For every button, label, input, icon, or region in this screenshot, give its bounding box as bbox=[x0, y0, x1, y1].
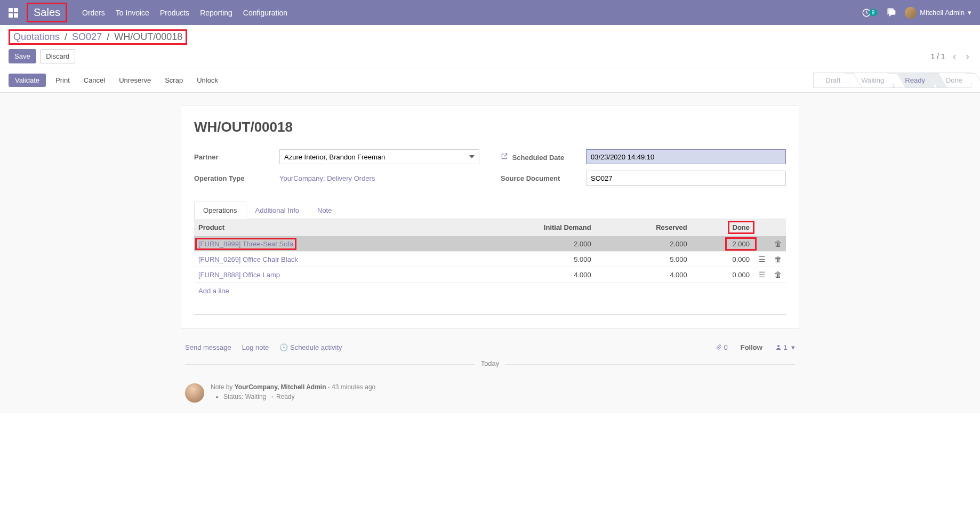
partner-field[interactable] bbox=[279, 149, 479, 164]
sheet-background: WH/OUT/00018 Partner Scheduled Date Oper… bbox=[0, 93, 980, 413]
menu-orders[interactable]: Orders bbox=[82, 9, 105, 17]
follow-button[interactable]: Follow bbox=[741, 343, 762, 351]
log-note-button[interactable]: Log note bbox=[242, 343, 269, 351]
col-done[interactable]: Done bbox=[692, 219, 754, 236]
table-row[interactable]: [FURN_8888] Office Lamp 4.000 4.000 0.00… bbox=[194, 267, 786, 283]
pager-prev[interactable]: ‹ bbox=[951, 50, 959, 62]
add-line-button[interactable]: Add a line bbox=[194, 283, 234, 299]
pager: 1 / 1 ‹ › bbox=[930, 50, 971, 68]
reserved-cell[interactable]: 4.000 bbox=[596, 267, 692, 283]
unlock-button[interactable]: Unlock bbox=[192, 74, 222, 87]
col-initial-demand[interactable]: Initial Demand bbox=[461, 219, 596, 236]
tab-note[interactable]: Note bbox=[308, 202, 341, 219]
partner-label: Partner bbox=[194, 153, 274, 161]
external-link-icon[interactable] bbox=[501, 154, 510, 162]
statusbar-row: Validate Print Cancel Unreserve Scrap Un… bbox=[0, 68, 980, 93]
svg-point-1 bbox=[777, 345, 780, 347]
reserved-cell[interactable]: 5.000 bbox=[596, 252, 692, 267]
form-sheet: WH/OUT/00018 Partner Scheduled Date Oper… bbox=[181, 106, 799, 328]
send-message-button[interactable]: Send message bbox=[185, 343, 231, 351]
status-draft[interactable]: Draft bbox=[813, 73, 849, 88]
details-icon[interactable]: ☰ bbox=[759, 270, 766, 279]
control-panel: Quotations / SO027 / WH/OUT/00018 Save D… bbox=[0, 25, 980, 68]
menu-configuration[interactable]: Configuration bbox=[243, 9, 287, 17]
done-cell[interactable]: 2.000 bbox=[692, 236, 754, 252]
operation-type-label: Operation Type bbox=[194, 174, 274, 182]
crumb-current: WH/OUT/00018 bbox=[114, 31, 182, 42]
follower-count[interactable]: 1 ▾ bbox=[775, 343, 795, 351]
brand-label[interactable]: Sales bbox=[27, 3, 67, 22]
breadcrumb: Quotations / SO027 / WH/OUT/00018 bbox=[13, 31, 182, 43]
operation-type-value[interactable]: YourCompany: Delivery Orders bbox=[279, 174, 479, 182]
discard-button[interactable]: Discard bbox=[40, 49, 75, 63]
menu-reporting[interactable]: Reporting bbox=[200, 9, 232, 17]
activity-count: 9 bbox=[869, 9, 878, 16]
pager-next[interactable]: › bbox=[963, 50, 971, 62]
tab-operations[interactable]: Operations bbox=[194, 202, 246, 219]
product-cell[interactable]: [FURN_0269] Office Chair Black bbox=[194, 252, 461, 267]
apps-icon[interactable] bbox=[9, 8, 18, 18]
schedule-activity-button[interactable]: 🕓 Schedule activity bbox=[279, 343, 342, 351]
breadcrumb-highlight: Quotations / SO027 / WH/OUT/00018 bbox=[9, 29, 187, 45]
chat-icon[interactable] bbox=[886, 6, 896, 19]
log-status-change: Status: Waiting → Ready bbox=[223, 393, 375, 400]
source-doc-label: Source Document bbox=[501, 174, 581, 182]
reserved-cell[interactable]: 2.000 bbox=[596, 236, 692, 252]
action-buttons: Validate Print Cancel Unreserve Scrap Un… bbox=[9, 74, 224, 87]
menu-to-invoice[interactable]: To Invoice bbox=[116, 9, 149, 17]
crumb-so[interactable]: SO027 bbox=[72, 31, 102, 42]
delete-icon[interactable]: 🗑 bbox=[774, 270, 782, 279]
unreserve-button[interactable]: Unreserve bbox=[115, 74, 155, 87]
main-menu: Orders To Invoice Products Reporting Con… bbox=[82, 9, 287, 17]
user-name: Mitchell Admin bbox=[920, 9, 965, 17]
pager-count: 1 / 1 bbox=[930, 52, 945, 61]
top-nav: Sales Orders To Invoice Products Reporti… bbox=[0, 0, 980, 25]
delete-icon[interactable]: 🗑 bbox=[774, 255, 782, 263]
details-icon[interactable]: ☰ bbox=[759, 255, 766, 263]
attachment-count[interactable]: 0 bbox=[716, 343, 728, 351]
initial-demand-cell[interactable]: 4.000 bbox=[461, 267, 596, 283]
done-cell[interactable]: 0.000 bbox=[692, 252, 754, 267]
crumb-quotations[interactable]: Quotations bbox=[13, 31, 60, 42]
cancel-button[interactable]: Cancel bbox=[79, 74, 109, 87]
chevron-down-icon: ▾ bbox=[968, 9, 971, 17]
validate-button[interactable]: Validate bbox=[9, 74, 46, 87]
user-menu[interactable]: Mitchell Admin ▾ bbox=[905, 7, 971, 19]
operations-table: Product Initial Demand Reserved Done [FU… bbox=[194, 219, 786, 283]
product-cell[interactable]: [FURN_8888] Office Lamp bbox=[194, 267, 461, 283]
scheduled-date-label: Scheduled Date bbox=[501, 152, 581, 162]
log-time: 43 minutes ago bbox=[332, 383, 375, 391]
table-row[interactable]: [FURN_0269] Office Chair Black 5.000 5.0… bbox=[194, 252, 786, 267]
table-row[interactable]: [FURN_8999] Three-Seat Sofa 2.000 2.000 … bbox=[194, 236, 786, 252]
today-separator: Today bbox=[185, 364, 795, 373]
tab-additional-info[interactable]: Additional Info bbox=[246, 202, 308, 219]
tabs: Operations Additional Info Note bbox=[194, 202, 786, 219]
menu-products[interactable]: Products bbox=[160, 9, 189, 17]
avatar-icon bbox=[905, 7, 917, 19]
log-entry: Note by YourCompany, Mitchell Admin - 43… bbox=[185, 383, 795, 403]
scrap-button[interactable]: Scrap bbox=[160, 74, 187, 87]
delete-icon[interactable]: 🗑 bbox=[774, 239, 782, 248]
log-avatar bbox=[185, 383, 204, 403]
activity-icon[interactable]: 9 bbox=[862, 8, 878, 18]
scheduled-date-field[interactable] bbox=[586, 149, 786, 164]
col-reserved[interactable]: Reserved bbox=[596, 219, 692, 236]
product-cell[interactable]: [FURN_8999] Three-Seat Sofa bbox=[194, 236, 461, 252]
statusbar: Draft Waiting Ready Done bbox=[813, 73, 971, 88]
log-author: YourCompany, Mitchell Admin bbox=[235, 383, 326, 391]
source-doc-field[interactable] bbox=[586, 171, 786, 186]
clock-icon: 🕓 bbox=[279, 343, 288, 351]
save-button[interactable]: Save bbox=[9, 49, 36, 63]
done-cell[interactable]: 0.000 bbox=[692, 267, 754, 283]
col-product[interactable]: Product bbox=[194, 219, 461, 236]
print-button[interactable]: Print bbox=[51, 74, 74, 87]
record-title: WH/OUT/00018 bbox=[194, 119, 786, 135]
initial-demand-cell[interactable]: 2.000 bbox=[461, 236, 596, 252]
initial-demand-cell[interactable]: 5.000 bbox=[461, 252, 596, 267]
chatter: Send message Log note 🕓 Schedule activit… bbox=[181, 333, 799, 413]
